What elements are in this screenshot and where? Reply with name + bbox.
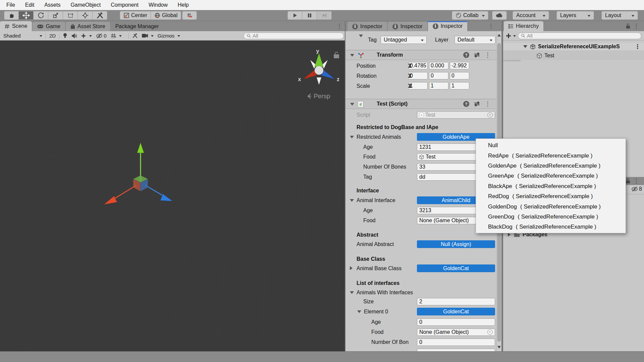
hierarchy-menu-icon[interactable]: ⋮ <box>633 23 639 29</box>
transform-tool-button[interactable] <box>78 11 93 20</box>
age-field[interactable]: 0 <box>417 318 495 326</box>
lock-icon[interactable] <box>626 178 631 184</box>
popup-menu-item[interactable]: GoldenDog ( SerializedReferenceExample ) <box>476 201 626 212</box>
pivot-toggle-button[interactable]: Center <box>120 11 151 20</box>
axis-z-field[interactable]: 0 <box>450 72 469 79</box>
tab-hierarchy[interactable]: Hierarchy <box>504 21 543 31</box>
axis-y-field[interactable]: 1 <box>429 82 448 89</box>
scene-panel-menu-icon[interactable]: ⋮ <box>336 23 342 29</box>
add-icon[interactable] <box>506 33 511 39</box>
custom-tool-button[interactable] <box>93 11 107 20</box>
element-0-type-button[interactable]: GoldenCat <box>417 308 495 315</box>
food-object-field[interactable]: None (Game Object) <box>417 328 495 336</box>
popup-menu-item[interactable]: RedApe ( SerializedReferenceExample ) <box>476 150 626 161</box>
gizmos-dropdown[interactable]: Gizmos <box>156 32 182 40</box>
chevron-down-icon[interactable] <box>350 199 354 202</box>
component-tools-button[interactable] <box>130 32 140 40</box>
menu-item[interactable]: Window <box>144 0 173 10</box>
axis-z-field[interactable]: -2.992 <box>450 62 469 69</box>
rotate-tool-button[interactable] <box>34 11 48 20</box>
menu-item[interactable]: Component <box>106 0 144 10</box>
help-icon[interactable]: ? <box>463 52 469 58</box>
grid-visibility-dropdown[interactable] <box>109 32 124 40</box>
lighting-toggle-button[interactable] <box>61 32 69 40</box>
gameobject-item-test[interactable]: Test <box>503 51 644 60</box>
chevron-down-icon[interactable] <box>357 310 361 313</box>
layout-dropdown[interactable]: Layout <box>601 11 638 20</box>
test-script-component-header[interactable]: # Test (Script) ? ⋮ <box>345 99 501 109</box>
chevron-right-icon[interactable] <box>350 266 353 270</box>
toggle-2d-button[interactable]: 2D <box>47 32 58 40</box>
scene-viewport[interactable]: y x z Persp <box>0 41 345 351</box>
menu-item[interactable]: GameObject <box>65 0 106 10</box>
collab-button[interactable]: Collab <box>452 11 488 20</box>
rect-tool-button[interactable] <box>63 11 78 20</box>
scene-search-input[interactable]: All <box>244 33 344 39</box>
chevron-down-icon[interactable] <box>359 35 363 37</box>
popup-menu-item[interactable]: Null <box>476 140 626 150</box>
tab-inspector-2[interactable]: i Inspector <box>388 22 427 31</box>
scene-root-item[interactable]: SerializeRefereneceUIExampleS ⋮ <box>503 42 644 51</box>
layer-dropdown[interactable]: Default <box>454 36 495 44</box>
tab-package-manager[interactable]: Package Manager <box>111 22 164 31</box>
animal-base-class-type-button[interactable]: GoldenCat <box>417 264 495 272</box>
clipped-field[interactable] <box>417 349 495 351</box>
presets-icon[interactable] <box>474 101 480 107</box>
help-icon[interactable]: ? <box>463 101 469 107</box>
play-button[interactable] <box>287 11 302 20</box>
menu-item[interactable]: File <box>1 0 20 10</box>
cloud-button[interactable] <box>492 11 507 20</box>
camera-settings-dropdown[interactable] <box>140 32 156 40</box>
chevron-down-icon[interactable] <box>523 45 527 48</box>
tab-game[interactable]: Game <box>33 22 65 31</box>
step-button[interactable] <box>317 11 332 20</box>
pause-button[interactable] <box>302 11 317 20</box>
popup-menu-item[interactable]: GoldenApe ( SerializedReferenceExample ) <box>476 161 626 171</box>
popup-menu-item[interactable]: GreenApe ( SerializedReferenceExample ) <box>476 171 626 181</box>
tab-scene[interactable]: Scene <box>0 21 32 31</box>
chevron-down-icon[interactable] <box>350 136 354 138</box>
chevron-down-icon[interactable] <box>350 103 354 106</box>
presets-icon[interactable] <box>474 52 480 58</box>
space-toggle-button[interactable]: Global <box>151 11 181 20</box>
hidden-objects-counter[interactable]: 8 <box>631 186 642 192</box>
axis-y-field[interactable]: 0.000 <box>429 62 448 69</box>
animal-abstract-type-button[interactable]: Null (Assign) <box>417 240 495 248</box>
menu-item[interactable]: Edit <box>20 0 40 10</box>
scene-menu-icon[interactable]: ⋮ <box>635 44 641 50</box>
scroll-down-icon[interactable] <box>497 346 501 349</box>
effects-dropdown[interactable] <box>79 32 94 40</box>
popup-menu-item[interactable]: GreenDog ( SerializedReferenceExample ) <box>476 212 626 222</box>
lock-icon[interactable] <box>626 23 631 29</box>
scroll-up-icon[interactable] <box>497 34 501 37</box>
move-tool-button[interactable] <box>19 11 34 20</box>
tab-inspector-1[interactable]: i Inspector <box>347 22 387 31</box>
hand-tool-button[interactable] <box>4 11 19 20</box>
transform-component-header[interactable]: Transform ? ⋮ <box>345 50 501 60</box>
component-menu-icon[interactable]: ⋮ <box>485 101 491 107</box>
menu-item[interactable]: Help <box>173 0 194 10</box>
popup-menu-item[interactable]: BlackApe ( SerializedReferenceExample ) <box>476 181 626 191</box>
tab-asset-store[interactable]: Asset Store <box>66 22 110 31</box>
axis-y-field[interactable]: 0 <box>429 72 448 79</box>
axis-z-field[interactable]: 1 <box>450 82 469 89</box>
layers-dropdown[interactable]: Layers <box>556 11 594 20</box>
scene-visibility-button[interactable]: 0 <box>94 32 108 40</box>
project-menu-icon[interactable]: ⋮ <box>633 178 639 184</box>
tag-dropdown[interactable]: Untagged <box>381 36 427 44</box>
snap-toggle-button[interactable] <box>182 11 197 20</box>
number-of-bones-field[interactable]: 0 <box>417 339 495 346</box>
popup-menu-item[interactable]: BlackDog ( SerializedReferenceExample ) <box>476 222 626 232</box>
inspector-menu-icon[interactable]: ⋮ <box>488 23 494 29</box>
tab-inspector-3[interactable]: i Inspector <box>428 21 468 31</box>
size-field[interactable]: 2 <box>417 298 495 305</box>
chevron-down-icon[interactable] <box>350 291 354 294</box>
popup-menu-item[interactable]: RedDog ( SerializedReferenceExample ) <box>476 191 626 201</box>
object-picker-icon[interactable] <box>487 112 493 118</box>
chevron-down-icon[interactable] <box>350 54 354 57</box>
menu-item[interactable]: Assets <box>39 0 65 10</box>
chevron-down-icon[interactable] <box>513 35 516 38</box>
hierarchy-search-input[interactable]: All <box>518 33 641 39</box>
component-menu-icon[interactable]: ⋮ <box>485 52 491 58</box>
audio-toggle-button[interactable] <box>69 32 79 40</box>
